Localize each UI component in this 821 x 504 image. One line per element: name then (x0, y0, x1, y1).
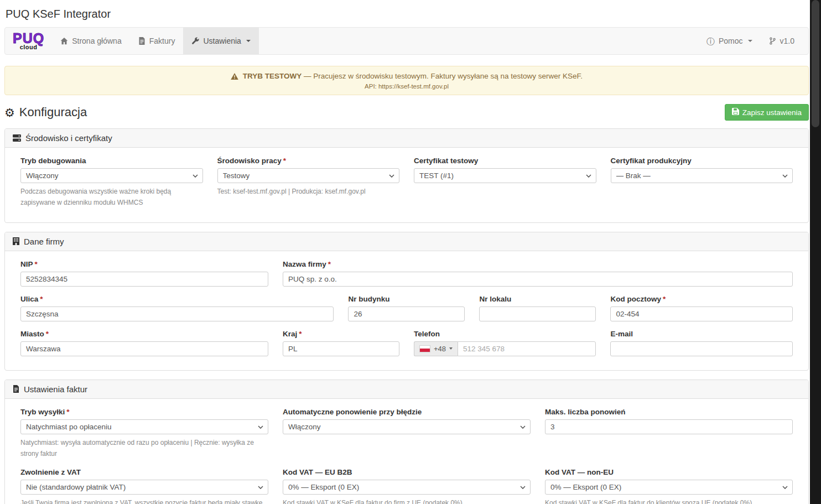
environment-help: Test: ksef-test.mf.gov.pl | Produkcja: k… (217, 186, 400, 197)
vat-eu-select[interactable]: 0% — Eksport (0 EX) (283, 480, 531, 495)
puq-cloud-logo[interactable]: PUQ cloud (5, 28, 52, 54)
config-page-title: ⚙ Konfiguracja (4, 105, 87, 119)
panel-company-heading: Dane firmy (5, 232, 808, 251)
vat-noneu-label: Kod VAT — non-EU (545, 468, 793, 476)
environment-label: Środowisko pracy* (217, 157, 400, 165)
save-settings-button[interactable]: Zapisz ustawienia (725, 104, 809, 121)
environment-select[interactable]: Testowy (217, 168, 400, 183)
scrollbar-thumb[interactable] (812, 0, 819, 127)
panel-invoices-heading: Ustawienia faktur (5, 380, 808, 399)
required-mark: * (66, 408, 69, 416)
poland-flag-icon (419, 345, 430, 352)
vat-eu-help: Kod stawki VAT w KSeF dla faktur do firm… (283, 497, 531, 504)
page-title: PUQ KSeF Integrator (6, 8, 809, 20)
panel-environment-heading: Środowisko i certyfikaty (5, 129, 808, 148)
max-retries-input[interactable] (545, 419, 793, 434)
info-icon: ⓘ (706, 37, 715, 45)
home-icon (60, 37, 68, 45)
city-input[interactable] (20, 341, 268, 356)
country-label: Kraj* (283, 330, 399, 338)
nip-label: NIP* (20, 260, 268, 268)
send-mode-help: Natychmiast: wysyła automatycznie od raz… (20, 437, 268, 460)
test-certificate-select[interactable]: TEST (#1) (414, 168, 596, 183)
vat-noneu-select[interactable]: 0% — Eksport (0 EX) (545, 480, 793, 495)
gear-icon: ⚙ (4, 107, 15, 118)
navbar: PUQ cloud Strona główna Faktury Ustawie (4, 27, 809, 55)
building-no-label: Nr budynku (348, 295, 465, 303)
phone-prefix: +48 (434, 345, 446, 353)
banner-text: — Pracujesz w środowisku testowym. Faktu… (304, 72, 583, 80)
auto-retry-select[interactable]: Włączony (283, 419, 531, 434)
company-name-label: Nazwa firmy* (283, 260, 793, 268)
required-mark: * (328, 260, 331, 268)
phone-label: Telefon (414, 330, 596, 338)
nav-item-settings[interactable]: Ustawienia (183, 28, 258, 54)
logo-text: PUQ (13, 32, 44, 44)
save-icon (732, 108, 739, 117)
nav-item-label: Pomoc (719, 37, 743, 45)
auto-retry-label: Automatyczne ponowienie przy błędzie (283, 408, 531, 416)
logo-subtext: cloud (20, 44, 38, 50)
version-label: v1.0 (780, 37, 794, 45)
test-mode-banner: TRYB TESTOWY — Pracujesz w środowisku te… (4, 66, 809, 95)
nav-item-label: Strona główna (72, 37, 122, 45)
debug-mode-select[interactable]: Włączony (20, 168, 203, 183)
panel-invoices: Ustawienia faktur Tryb wysyłki* Natychmi… (4, 380, 809, 504)
panel-company: Dane firmy NIP* Nazwa firmy* (4, 232, 809, 371)
required-mark: * (35, 260, 38, 268)
page: PUQ KSeF Integrator PUQ cloud Strona głó… (0, 0, 821, 504)
street-input[interactable] (20, 306, 334, 321)
invoice-settings-icon (13, 385, 19, 393)
postcode-label: Kod pocztowy* (610, 295, 793, 303)
prod-certificate-label: Certyfikat produkcyjny (611, 157, 793, 165)
company-name-input[interactable] (283, 272, 793, 287)
nav-item-invoices[interactable]: Faktury (130, 28, 184, 54)
nav-item-version[interactable]: v1.0 (761, 28, 803, 54)
vat-exempt-select[interactable]: Nie (standardowy płatnik VAT) (20, 480, 268, 495)
scrollbar[interactable] (810, 0, 821, 504)
server-icon (13, 134, 21, 142)
test-certificate-label: Certyfikat testowy (414, 157, 596, 165)
required-mark: * (299, 330, 302, 338)
vat-exempt-label: Zwolnienie z VAT (20, 468, 268, 476)
chevron-down-icon (748, 40, 752, 42)
max-retries-label: Maks. liczba ponowień (545, 408, 793, 416)
street-label: Ulica* (20, 295, 334, 303)
email-label: E-mail (610, 330, 793, 338)
unit-no-label: Nr lokalu (479, 295, 596, 303)
phone-country-selector[interactable]: +48 (414, 341, 458, 356)
prod-certificate-select[interactable]: — Brak — (611, 168, 793, 183)
phone-input[interactable] (458, 341, 596, 356)
banner-api-url: API: https://ksef-test.mf.gov.pl (13, 83, 800, 90)
postcode-input[interactable] (610, 306, 793, 321)
required-mark: * (46, 330, 49, 338)
chevron-down-icon (449, 347, 453, 350)
debug-mode-label: Tryb debugowania (20, 157, 203, 165)
building-icon (13, 237, 19, 245)
send-mode-select[interactable]: Natychmiast po opłaceniu (20, 419, 268, 434)
nav-item-label: Faktury (149, 37, 175, 45)
required-mark: * (40, 295, 43, 303)
unit-no-input[interactable] (479, 306, 596, 321)
nav-item-help[interactable]: ⓘ Pomoc (698, 28, 761, 54)
vat-eu-label: Kod VAT — EU B2B (283, 468, 531, 476)
vat-exempt-help: Jeśli Twoja firma jest zwolniona z VAT, … (20, 497, 268, 504)
git-branch-icon (769, 37, 776, 45)
panel-environment: Środowisko i certyfikaty Tryb debugowani… (4, 128, 809, 223)
debug-mode-help: Podczas debugowania wszystkie ważne krok… (20, 186, 203, 209)
country-input[interactable] (283, 341, 399, 356)
nav-item-label: Ustawienia (203, 37, 241, 45)
city-label: Miasto* (20, 330, 268, 338)
chevron-down-icon (246, 40, 251, 42)
invoice-file-icon (138, 37, 146, 45)
nip-input[interactable] (20, 272, 268, 287)
banner-message: TRYB TESTOWY — Pracujesz w środowisku te… (13, 72, 800, 81)
building-no-input[interactable] (348, 306, 465, 321)
wrench-icon (191, 37, 199, 45)
send-mode-label: Tryb wysyłki* (20, 408, 268, 416)
required-mark: * (663, 295, 666, 303)
warning-icon (231, 73, 241, 81)
email-input[interactable] (610, 341, 793, 356)
nav-item-home[interactable]: Strona główna (52, 28, 130, 54)
banner-badge: TRYB TESTOWY (243, 72, 302, 80)
